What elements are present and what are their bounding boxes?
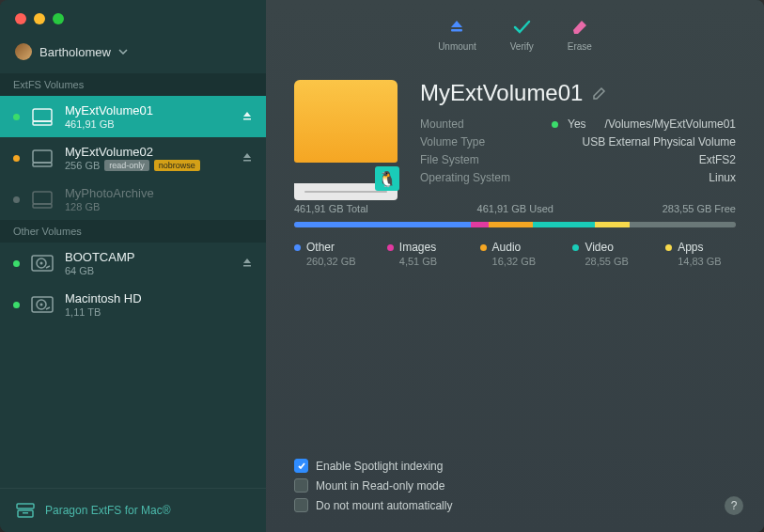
- status-dot: [552, 121, 558, 128]
- minimize-window-button[interactable]: [34, 13, 45, 24]
- svg-rect-11: [243, 265, 251, 267]
- volume-size: 1,11 TB: [65, 306, 253, 318]
- help-button[interactable]: ?: [725, 496, 743, 515]
- checkbox-icon: [294, 478, 308, 493]
- volume-name: BOOTCAMP: [65, 250, 232, 264]
- fs-value: ExtFS2: [552, 153, 736, 166]
- legend-dot: [294, 244, 301, 251]
- eraser-icon: [569, 17, 590, 38]
- svg-point-14: [40, 304, 43, 306]
- volume-item[interactable]: BOOTCAMP64 GB: [0, 243, 266, 284]
- svg-rect-1: [33, 121, 52, 125]
- svg-rect-6: [33, 192, 52, 204]
- usage-total: 461,91 GB Total: [294, 203, 368, 214]
- usage-segment: [533, 222, 595, 227]
- badge: nobrowse: [154, 160, 200, 171]
- legend-item: Video28,55 GB: [572, 241, 643, 267]
- app-window: Bartholomew ExtFS VolumesMyExtVolume0146…: [0, 0, 764, 532]
- usage-segment: [595, 222, 631, 227]
- usage-segment: [471, 222, 489, 227]
- usage-segment: [294, 222, 471, 227]
- legend-value: 260,32 GB: [306, 256, 365, 267]
- noauto-option[interactable]: Do not mount automatically: [294, 495, 736, 515]
- volume-size: 461,91 GB: [65, 118, 232, 130]
- volume-item[interactable]: MyPhotoArchive128 GB: [0, 179, 266, 220]
- legend-dot: [480, 244, 487, 251]
- os-label: Operating System: [420, 171, 552, 184]
- eject-icon[interactable]: [242, 149, 253, 166]
- status-dot: [13, 114, 20, 120]
- eject-icon: [446, 17, 467, 38]
- status-dot: [13, 155, 20, 162]
- verify-button[interactable]: Verify: [510, 17, 534, 52]
- badge: read-only: [104, 160, 149, 171]
- svg-rect-0: [33, 109, 52, 121]
- mounted-label: Mounted: [420, 117, 552, 131]
- legend-dot: [387, 244, 394, 251]
- svg-rect-2: [243, 118, 251, 120]
- eject-icon[interactable]: [242, 255, 253, 272]
- checkbox-icon: [294, 498, 308, 512]
- status-dot: [13, 302, 20, 308]
- legend-value: 14,83 GB: [678, 256, 736, 267]
- mount-path-link[interactable]: /Volumes/MyExtVolume01: [605, 117, 736, 131]
- linux-badge-icon: 🐧: [375, 166, 399, 191]
- volume-item[interactable]: Macintosh HD1,11 TB: [0, 284, 266, 325]
- volume-title: MyExtVolume01: [420, 80, 583, 106]
- volume-name: MyPhotoArchive: [65, 186, 253, 200]
- volume-item[interactable]: MyExtVolume01461,91 GB: [0, 96, 266, 137]
- svg-rect-17: [23, 512, 28, 514]
- user-menu[interactable]: Bartholomew: [0, 38, 266, 73]
- check-icon: [511, 17, 532, 38]
- erase-button[interactable]: Erase: [568, 17, 592, 52]
- svg-rect-3: [33, 150, 52, 163]
- sidebar: Bartholomew ExtFS VolumesMyExtVolume0146…: [0, 0, 266, 532]
- os-value: Linux: [552, 171, 736, 184]
- readonly-option[interactable]: Mount in Read-only mode: [294, 476, 736, 495]
- usage-segment: [489, 222, 533, 227]
- toolbar: Unmount Verify Erase: [266, 0, 764, 63]
- usage-segment-free: [630, 222, 736, 227]
- svg-rect-5: [243, 160, 251, 162]
- unmount-button[interactable]: Unmount: [438, 17, 476, 52]
- legend-label: Apps: [678, 241, 703, 254]
- legend-value: 4,51 GB: [399, 256, 458, 267]
- window-controls: [0, 0, 266, 38]
- legend-value: 28,55 GB: [585, 256, 643, 267]
- volume-details: 🐧 MyExtVolume01 Mounted Yes /Volumes/MyE…: [266, 63, 764, 184]
- spotlight-option[interactable]: Enable Spotlight indexing: [294, 456, 736, 476]
- volume-name: MyExtVolume02: [65, 145, 232, 159]
- fullscreen-window-button[interactable]: [53, 13, 64, 24]
- legend-label: Images: [399, 241, 436, 254]
- legend-item: Audio16,32 GB: [480, 241, 551, 267]
- mount-options: Enable Spotlight indexing Mount in Read-…: [266, 456, 764, 532]
- usage-used: 461,91 GB Used: [477, 203, 554, 214]
- avatar: [15, 43, 32, 60]
- user-name: Bartholomew: [39, 45, 111, 59]
- svg-rect-4: [33, 163, 52, 166]
- sidebar-footer[interactable]: Paragon ExtFS for Mac®: [0, 488, 266, 532]
- legend-label: Audio: [492, 241, 522, 254]
- legend-dot: [572, 244, 579, 251]
- svg-rect-18: [451, 29, 462, 32]
- svg-point-10: [40, 262, 43, 265]
- drive-illustration: 🐧: [294, 80, 398, 183]
- legend-item: Apps14,83 GB: [665, 241, 736, 267]
- edit-icon[interactable]: [592, 86, 607, 101]
- close-window-button[interactable]: [15, 13, 26, 24]
- status-dot: [13, 260, 20, 267]
- fs-label: File System: [420, 153, 552, 166]
- status-dot: [13, 196, 20, 203]
- volume-item[interactable]: MyExtVolume02256 GBread-onlynobrowse: [0, 137, 266, 179]
- volume-size: 64 GB: [65, 265, 232, 276]
- checkbox-checked-icon: [294, 459, 308, 473]
- legend-item: Images4,51 GB: [387, 241, 458, 267]
- volume-name: Macintosh HD: [65, 291, 253, 305]
- svg-rect-15: [17, 504, 34, 509]
- eject-icon[interactable]: [242, 108, 253, 125]
- volume-name: MyExtVolume01: [65, 103, 232, 117]
- archive-icon: [15, 502, 36, 519]
- section-header: Other Volumes: [0, 220, 266, 243]
- legend-value: 16,32 GB: [492, 256, 551, 267]
- voltype-value: USB External Physical Volume: [552, 135, 736, 149]
